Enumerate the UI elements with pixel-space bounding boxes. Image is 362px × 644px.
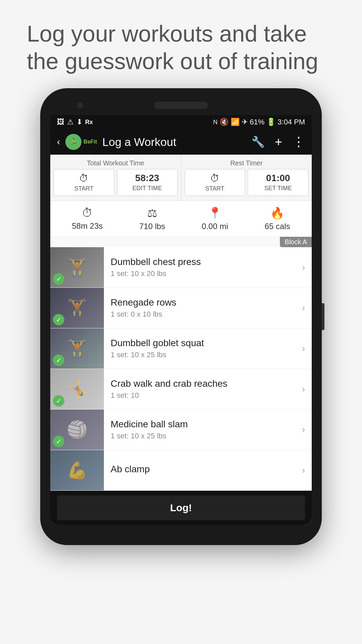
toolbar-actions: 🔧 + ⋮ (251, 135, 305, 149)
exercise-sets: 1 set: 10 (111, 391, 289, 400)
weight-icon: ⚖ (147, 206, 157, 220)
warning-icon: ⚠ (67, 118, 74, 126)
clock: 3:04 PM (278, 118, 305, 126)
exercise-detail-arrow[interactable]: › (295, 384, 312, 394)
exercise-detail-arrow[interactable]: › (295, 465, 312, 476)
completed-badge: ✓ (53, 436, 64, 447)
mute-icon: 🔇 (220, 118, 229, 126)
image-icon: 🖼 (57, 118, 64, 126)
rest-timer-label: Rest Timer (185, 159, 309, 167)
timer-section: Total Workout Time ⏱ START 58:23 EDIT TI… (50, 155, 312, 201)
exercise-detail-arrow[interactable]: › (295, 303, 312, 313)
set-time-button[interactable]: 01:00 SET TIME (248, 169, 308, 196)
exercise-item[interactable]: 🏋 ✓ Dumbbell chest press 1 set: 10 x 20 … (50, 247, 312, 288)
exercise-name: Renegade rows (111, 297, 289, 308)
exercise-item[interactable]: 🏋 ✓ Dumbbell goblet squat 1 set: 10 x 25… (50, 328, 312, 369)
exercise-thumbnail: 💪 (50, 450, 104, 490)
total-start-label: START (74, 185, 94, 192)
app-toolbar: ‹ 🏃 BeFit Log a Workout 🔧 + ⋮ (50, 129, 312, 155)
time-value: 58m 23s (72, 221, 103, 231)
block-header: Block A (50, 237, 312, 247)
edit-time-label: EDIT TIME (132, 185, 162, 192)
block-label: Block A (280, 237, 312, 247)
exercise-sets: 1 set: 0 x 10 lbs (111, 310, 289, 319)
exercise-thumbnail: 🏋 ✓ (50, 328, 104, 369)
exercise-info: Ab clamp (104, 459, 295, 482)
stats-row: ⏱ 58m 23s ⚖ 710 lbs 📍 0.00 mi 🔥 65 cals (50, 201, 312, 237)
total-time-value: 58:23 (135, 173, 159, 183)
battery-percent: 61% (250, 118, 264, 126)
exercise-info: Dumbbell goblet squat 1 set: 10 x 25 lbs (104, 332, 295, 365)
exercise-item[interactable]: 🤸 ✓ Crab walk and crab reaches 1 set: 10… (50, 369, 312, 410)
exercise-info: Renegade rows 1 set: 0 x 10 lbs (104, 292, 295, 324)
exercise-name: Medicine ball slam (111, 419, 289, 430)
hero-text: Log your workouts and take the guesswork… (0, 0, 362, 88)
exercise-item[interactable]: 🏋 ✓ Renegade rows 1 set: 0 x 10 lbs › (50, 288, 312, 328)
rest-clock-icon: ⏱ (210, 173, 220, 184)
rest-timer: Rest Timer ⏱ START 01:00 SET TIME (181, 155, 312, 201)
exercise-detail-arrow[interactable]: › (295, 262, 312, 273)
total-workout-timer: Total Workout Time ⏱ START 58:23 EDIT TI… (50, 155, 181, 201)
rest-time-value: 01:00 (266, 173, 290, 183)
logo-icon: 🏃 (65, 134, 81, 150)
stopwatch-icon: ⏱ (82, 206, 93, 219)
total-timer-controls: ⏱ START 58:23 EDIT TIME (54, 169, 178, 196)
speaker-grille (154, 102, 208, 109)
location-icon: 📍 (208, 206, 222, 220)
rest-start-button[interactable]: ⏱ START (185, 169, 245, 196)
add-exercise-button[interactable]: + (275, 135, 282, 149)
clock-icon: ⏱ (79, 173, 88, 184)
exercise-thumbnail: 🏋 ✓ (50, 288, 104, 328)
log-button[interactable]: Log! (57, 495, 305, 520)
exercise-item[interactable]: 🏐 ✓ Medicine ball slam 1 set: 10 x 25 lb… (50, 410, 312, 450)
log-button-wrap: Log! (50, 491, 312, 525)
phone-screen: 🖼 ⚠ ⬇ Rx N 🔇 📶 ✈ 61% 🔋 3:04 PM ‹ 🏃 (50, 115, 312, 525)
volume-button (322, 303, 324, 330)
screen-title: Log a Workout (102, 136, 246, 149)
exercise-thumbnail: 🏋 ✓ (50, 247, 104, 287)
exercise-item[interactable]: 💪 Ab clamp › (50, 450, 312, 491)
more-options-button[interactable]: ⋮ (292, 135, 305, 149)
exercise-sets: 1 set: 10 x 25 lbs (111, 351, 289, 359)
exercise-figure: 💪 (50, 450, 104, 490)
hero-section: Log your workouts and take the guesswork… (0, 0, 362, 88)
app-logo: 🏃 BeFit (65, 134, 97, 150)
exercise-name: Dumbbell chest press (111, 257, 289, 267)
phone-device: 🖼 ⚠ ⬇ Rx N 🔇 📶 ✈ 61% 🔋 3:04 PM ‹ 🏃 (40, 88, 322, 545)
distance-stat: 📍 0.00 mi (202, 206, 228, 231)
exercise-name: Ab clamp (111, 464, 289, 475)
fire-icon: 🔥 (270, 206, 284, 220)
wrench-icon[interactable]: 🔧 (251, 136, 265, 148)
exercise-info: Crab walk and crab reaches 1 set: 10 (104, 373, 295, 405)
rest-timer-controls: ⏱ START 01:00 SET TIME (185, 169, 309, 196)
exercise-thumbnail: 🤸 ✓ (50, 369, 104, 409)
exercise-detail-arrow[interactable]: › (295, 343, 312, 354)
calories-stat: 🔥 65 cals (264, 206, 290, 231)
weight-stat: ⚖ 710 lbs (139, 206, 165, 231)
total-start-button[interactable]: ⏱ START (54, 169, 114, 196)
total-timer-label: Total Workout Time (54, 159, 178, 167)
status-bar: 🖼 ⚠ ⬇ Rx N 🔇 📶 ✈ 61% 🔋 3:04 PM (50, 115, 312, 129)
calories-value: 65 cals (264, 222, 290, 231)
set-time-label: SET TIME (264, 185, 292, 192)
exercise-thumbnail: 🏐 ✓ (50, 410, 104, 450)
completed-badge: ✓ (53, 395, 64, 407)
status-icons-left: 🖼 ⚠ ⬇ Rx (57, 118, 93, 126)
back-button[interactable]: ‹ (57, 137, 60, 147)
completed-badge: ✓ (53, 273, 64, 285)
airplane-icon: ✈ (242, 118, 248, 126)
nfc-icon: N (213, 119, 218, 126)
battery-icon: 🔋 (266, 118, 276, 126)
status-icons-right: N 🔇 📶 ✈ 61% 🔋 3:04 PM (213, 118, 305, 126)
exercise-list: 🏋 ✓ Dumbbell chest press 1 set: 10 x 20 … (50, 247, 312, 491)
phone-top-bar (50, 102, 312, 115)
exercise-detail-arrow[interactable]: › (295, 424, 312, 435)
completed-badge: ✓ (53, 355, 64, 366)
exercise-info: Dumbbell chest press 1 set: 10 x 20 lbs (104, 251, 295, 283)
exercise-name: Crab walk and crab reaches (111, 378, 289, 389)
logo-figure: 🏃 (69, 138, 78, 146)
wifi-icon: 📶 (231, 118, 240, 126)
weight-value: 710 lbs (139, 222, 165, 231)
edit-time-button[interactable]: 58:23 EDIT TIME (117, 169, 178, 196)
download-icon: ⬇ (76, 118, 82, 126)
